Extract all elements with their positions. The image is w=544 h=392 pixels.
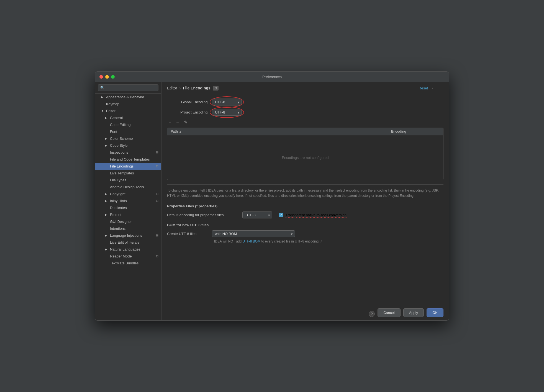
sidebar-item-reader-mode[interactable]: Reader Mode ⊟ (95, 253, 161, 260)
global-encoding-row: Global Encoding: UTF-8 ISO-8859-1 US-ASC… (167, 99, 443, 105)
chevron-icon (105, 116, 108, 119)
sidebar-item-emmet[interactable]: Emmet (95, 211, 161, 218)
sidebar-item-natural-languages[interactable]: Natural Languages (95, 246, 161, 253)
search-box (95, 82, 161, 94)
sidebar-item-label: File Encodings (110, 164, 134, 168)
create-utf8-row: Create UTF-8 files: with NO BOM with BOM (167, 230, 443, 237)
sidebar-item-language-injections[interactable]: Language Injections ⊟ (95, 232, 161, 239)
sidebar-item-appearance[interactable]: Appearance & Behavior (95, 94, 161, 100)
transparent-checkbox[interactable]: ✓ (279, 213, 283, 217)
inlay-hints-badge: ⊟ (156, 199, 158, 203)
default-encoding-select[interactable]: UTF-8 ISO-8859-1 (242, 212, 272, 218)
col-encoding-header[interactable]: Encoding (388, 128, 443, 135)
sidebar-item-label: Duplicates (110, 206, 127, 210)
traffic-lights (99, 75, 115, 79)
sidebar-item-code-editing[interactable]: Code Editing (95, 121, 161, 128)
remove-encoding-button[interactable]: − (175, 119, 180, 125)
sidebar-item-font[interactable]: Font (95, 128, 161, 135)
sidebar-item-label: Keymap (106, 102, 119, 106)
search-input[interactable] (98, 84, 158, 91)
sidebar-item-inspections[interactable]: Inspections ⊟ (95, 149, 161, 156)
sidebar-item-label: General (110, 116, 123, 120)
chevron-icon (101, 96, 104, 99)
sidebar-item-label: Font (110, 130, 117, 134)
sidebar-item-label: TextMate Bundles (110, 261, 138, 265)
global-encoding-select[interactable]: UTF-8 ISO-8859-1 US-ASCII (212, 99, 242, 105)
edit-encoding-button[interactable]: ✎ (182, 119, 189, 125)
sidebar-item-gui-designer[interactable]: GUI Designer (95, 218, 161, 225)
lang-inject-badge: ⊟ (156, 234, 158, 237)
sidebar-item-general[interactable]: General (95, 114, 161, 121)
sidebar-item-label: Code Editing (110, 123, 130, 127)
sidebar-item-duplicates[interactable]: Duplicates (95, 204, 161, 211)
sidebar: Appearance & Behavior Keymap Editor Gene… (95, 82, 161, 320)
sidebar-item-label: Copyright (110, 192, 125, 196)
chevron-icon (105, 192, 108, 195)
close-button[interactable] (99, 75, 103, 79)
sidebar-item-code-style[interactable]: Code Style (95, 142, 161, 149)
sidebar-item-label: File Types (110, 178, 126, 182)
bom-info: IDEA will NOT add UTF-8 BOM to every cre… (167, 239, 443, 243)
sidebar-item-textmate[interactable]: TextMate Bundles (95, 260, 161, 267)
bom-info-link[interactable]: UTF-8 BOM (242, 239, 260, 243)
project-encoding-select-wrapper: UTF-8 ISO-8859-1 US-ASCII (212, 109, 242, 116)
breadcrumb-current: File Encodings (183, 86, 211, 90)
encoding-toolbar: + − ✎ (167, 119, 443, 125)
global-encoding-select-wrapper: UTF-8 ISO-8859-1 US-ASCII (212, 99, 242, 105)
sidebar-item-copyright[interactable]: Copyright ⊟ (95, 190, 161, 197)
encodings-table: Path ▲ Encoding Encodings are not config… (167, 128, 443, 180)
ok-button[interactable]: OK (427, 308, 443, 317)
panel-icon: ⊟ (213, 86, 219, 91)
col-path-header[interactable]: Path ▲ (167, 128, 388, 135)
sidebar-item-label: Live Templates (110, 171, 134, 175)
sidebar-item-file-encodings[interactable]: File Encodings ⊟ (95, 163, 161, 170)
sidebar-item-live-templates[interactable]: Live Templates (95, 170, 161, 177)
sidebar-item-file-types[interactable]: File Types (95, 177, 161, 184)
header-actions: Reset ← → (419, 86, 443, 91)
sidebar-item-intentions[interactable]: Intentions (95, 225, 161, 232)
help-button[interactable]: ? (369, 311, 375, 317)
panel-footer: ? Cancel Apply OK (161, 305, 449, 320)
panel-header: Editor › File Encodings ⊟ Reset ← → (161, 82, 449, 94)
sidebar-item-label: Intentions (110, 226, 125, 231)
sidebar-item-android-design[interactable]: Android Design Tools (95, 184, 161, 190)
sidebar-item-editor[interactable]: Editor (95, 107, 161, 114)
chevron-icon (101, 109, 104, 112)
preferences-window: Preferences Appearance & Behavior Keymap… (95, 71, 449, 321)
create-utf8-label: Create UTF-8 files: (167, 232, 209, 236)
sidebar-item-label: Inspections (110, 150, 128, 154)
panel-body: Global Encoding: UTF-8 ISO-8859-1 US-ASC… (161, 94, 449, 305)
sidebar-item-live-edit[interactable]: Live Edit of literals (95, 239, 161, 246)
sidebar-item-keymap[interactable]: Keymap (95, 100, 161, 107)
properties-section-title: Properties Files (*.properties) (167, 204, 443, 208)
breadcrumb: Editor › File Encodings ⊟ (167, 86, 219, 91)
add-encoding-button[interactable]: + (167, 119, 173, 125)
sidebar-item-inlay-hints[interactable]: Inlay Hints ⊟ (95, 197, 161, 204)
cancel-button[interactable]: Cancel (378, 308, 400, 317)
sidebar-item-label: Reader Mode (110, 254, 132, 258)
table-body: Encodings are not configured (167, 135, 443, 180)
chevron-icon (105, 144, 108, 147)
file-encodings-badge: ⊟ (156, 164, 158, 168)
maximize-button[interactable] (111, 75, 115, 79)
chevron-icon (105, 137, 108, 140)
transparent-checkbox-row: ✓ Transparent native-to-ascii conversion (279, 213, 347, 217)
reset-button[interactable]: Reset (419, 86, 428, 90)
sidebar-item-file-code-templates[interactable]: File and Code Templates (95, 156, 161, 163)
sidebar-item-color-scheme[interactable]: Color Scheme (95, 135, 161, 142)
project-encoding-select[interactable]: UTF-8 ISO-8859-1 US-ASCII (212, 109, 242, 116)
sidebar-item-label: Inlay Hints (110, 199, 127, 203)
info-text: To change encoding IntelliJ IDEA uses fo… (167, 184, 443, 198)
reader-mode-badge: ⊟ (156, 254, 158, 258)
breadcrumb-parent: Editor (167, 86, 177, 90)
bom-section-title: BOM for new UTF-8 files (167, 223, 443, 227)
forward-arrow[interactable]: → (439, 86, 443, 91)
inspections-badge: ⊟ (156, 151, 158, 154)
apply-button[interactable]: Apply (403, 308, 424, 317)
minimize-button[interactable] (105, 75, 109, 79)
default-encoding-select-wrapper: UTF-8 ISO-8859-1 (242, 212, 272, 218)
bom-select[interactable]: with NO BOM with BOM (212, 230, 295, 237)
bom-select-wrapper: with NO BOM with BOM (212, 230, 295, 237)
chevron-icon (105, 199, 108, 202)
back-arrow[interactable]: ← (431, 86, 436, 91)
